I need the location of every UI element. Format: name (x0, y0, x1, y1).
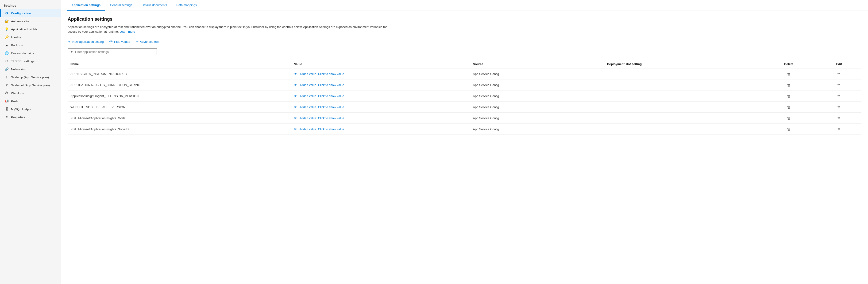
sidebar-item-label-mysql-in-app: MySQL In App (11, 108, 31, 111)
row-5-edit-cell: ✏ (816, 124, 861, 135)
row-5-deployment-slot (604, 124, 761, 135)
row-2-edit-cell: ✏ (816, 90, 861, 102)
table-row: XDT_MicrosoftApplicationInsights_Mode👁Hi… (68, 113, 861, 124)
table-row: APPLICATIONINSIGHTS_CONNECTION_STRING👁Hi… (68, 80, 861, 90)
row-1-show-value-link[interactable]: 👁Hidden value. Click to show value (294, 83, 467, 87)
tabs-container: Application settingsGeneral settingsDefa… (67, 0, 202, 10)
row-3-deployment-slot (604, 102, 761, 113)
sidebar-items-container: ⚙Configuration🔐Authentication💡Applicatio… (0, 9, 61, 121)
row-0-delete-cell: 🗑 (761, 68, 816, 80)
sidebar-item-backups[interactable]: ☁Backups (0, 41, 61, 49)
row-2-value[interactable]: 👁Hidden value. Click to show value (291, 90, 470, 102)
row-3-delete-cell: 🗑 (761, 102, 816, 113)
identity-icon: 🔑 (4, 35, 9, 39)
col-header-source: Source (470, 60, 604, 68)
sidebar-item-application-insights[interactable]: 💡Application Insights (0, 25, 61, 33)
sidebar-item-label-configuration: Configuration (11, 11, 31, 15)
row-1-edit-cell: ✏ (816, 80, 861, 90)
row-4-show-value-link[interactable]: 👁Hidden value. Click to show value (294, 116, 467, 120)
row-3-show-value-link[interactable]: 👁Hidden value. Click to show value (294, 105, 467, 109)
new-application-setting-button[interactable]: ＋ New application setting (68, 38, 104, 45)
content-area: Application settings Application setting… (61, 11, 868, 140)
sidebar-item-webjobs[interactable]: ⏱WebJobs (0, 89, 61, 97)
configuration-icon: ⚙ (4, 11, 9, 15)
row-5-show-value-link[interactable]: 👁Hidden value. Click to show value (294, 127, 467, 131)
sidebar-item-label-application-insights: Application Insights (11, 28, 37, 31)
row-5-value[interactable]: 👁Hidden value. Click to show value (291, 124, 470, 135)
col-header-name: Name (68, 60, 291, 68)
row-5-delete-button[interactable]: 🗑 (785, 126, 793, 132)
row-4-value[interactable]: 👁Hidden value. Click to show value (291, 113, 470, 124)
sidebar-item-networking[interactable]: 🔗Networking (0, 65, 61, 73)
learn-more-link[interactable]: Learn more (120, 30, 135, 33)
row-4-delete-button[interactable]: 🗑 (785, 115, 793, 121)
row-5-edit-button[interactable]: ✏ (836, 126, 842, 132)
table-header-row: Name Value Source Deployment slot settin… (68, 60, 861, 68)
advanced-edit-button[interactable]: ✏ Advanced edit (136, 39, 159, 45)
row-2-name: ApplicationInsightsAgent_EXTENSION_VERSI… (68, 90, 291, 102)
table-row: ApplicationInsightsAgent_EXTENSION_VERSI… (68, 90, 861, 102)
networking-icon: 🔗 (4, 67, 9, 71)
row-3-value[interactable]: 👁Hidden value. Click to show value (291, 102, 470, 113)
properties-icon: ≡ (4, 115, 9, 119)
row-1-delete-button[interactable]: 🗑 (785, 82, 793, 88)
tab-path-mappings[interactable]: Path mappings (172, 0, 202, 10)
sidebar-item-authentication[interactable]: 🔐Authentication (0, 17, 61, 25)
sidebar-item-custom-domains[interactable]: 🌐Custom domains (0, 49, 61, 57)
row-4-edit-cell: ✏ (816, 113, 861, 124)
webjobs-icon: ⏱ (4, 91, 9, 95)
row-4-edit-button[interactable]: ✏ (836, 115, 842, 121)
eye-icon: 👁 (294, 94, 297, 98)
row-5-source: App Service Config (470, 124, 604, 135)
pencil-icon: ✏ (136, 40, 138, 44)
filter-container: ▼ (68, 49, 861, 55)
row-4-deployment-slot (604, 113, 761, 124)
row-1-value-text: Hidden value. Click to show value (299, 83, 344, 87)
scale-up-icon: ↑ (4, 75, 9, 79)
sidebar-item-mysql-in-app[interactable]: 🗄MySQL In App (0, 105, 61, 113)
row-0-value[interactable]: 👁Hidden value. Click to show value (291, 68, 470, 80)
tab-application-settings[interactable]: Application settings (67, 0, 105, 10)
row-3-value-text: Hidden value. Click to show value (299, 105, 344, 109)
row-2-show-value-link[interactable]: 👁Hidden value. Click to show value (294, 94, 467, 98)
filter-wrapper: ▼ (68, 49, 157, 55)
tls-ssl-settings-icon: 🛡 (4, 59, 9, 63)
sidebar-item-push[interactable]: 📢Push (0, 97, 61, 105)
eye-icon: 👁 (294, 72, 297, 76)
table-row: WEBSITE_NODE_DEFAULT_VERSION👁Hidden valu… (68, 102, 861, 113)
row-3-edit-button[interactable]: ✏ (836, 104, 842, 110)
row-3-delete-button[interactable]: 🗑 (785, 104, 793, 110)
sidebar-item-properties[interactable]: ≡Properties (0, 113, 61, 121)
sidebar-header: Settings (0, 2, 61, 9)
sidebar-item-tls-ssl-settings[interactable]: 🛡TLS/SSL settings (0, 57, 61, 65)
sidebar-item-configuration[interactable]: ⚙Configuration (0, 9, 61, 17)
filter-input[interactable] (75, 50, 154, 54)
row-0-show-value-link[interactable]: 👁Hidden value. Click to show value (294, 72, 467, 76)
toolbar: ＋ New application setting 👁 Hide values … (68, 38, 861, 45)
tab-general-settings[interactable]: General settings (105, 0, 137, 10)
push-icon: 📢 (4, 99, 9, 103)
sidebar-item-scale-up[interactable]: ↑Scale up (App Service plan) (0, 73, 61, 81)
sidebar-item-label-properties: Properties (11, 115, 25, 119)
sidebar-item-label-scale-up: Scale up (App Service plan) (11, 76, 49, 79)
row-1-value[interactable]: 👁Hidden value. Click to show value (291, 80, 470, 90)
hide-values-button[interactable]: 👁 Hide values (110, 39, 130, 45)
row-0-value-text: Hidden value. Click to show value (299, 72, 344, 76)
backups-icon: ☁ (4, 43, 9, 47)
row-0-edit-button[interactable]: ✏ (836, 71, 842, 77)
eye-hide-icon: 👁 (110, 40, 113, 44)
filter-icon: ▼ (70, 50, 73, 54)
sidebar-item-label-push: Push (11, 100, 18, 103)
row-2-delete-button[interactable]: 🗑 (785, 93, 793, 99)
row-1-edit-button[interactable]: ✏ (836, 82, 842, 88)
row-2-edit-button[interactable]: ✏ (836, 93, 842, 99)
row-4-value-text: Hidden value. Click to show value (299, 116, 344, 120)
row-0-deployment-slot (604, 68, 761, 80)
sidebar-item-label-networking: Networking (11, 67, 26, 71)
sidebar-item-scale-out[interactable]: ↗Scale out (App Service plan) (0, 81, 61, 89)
sidebar-item-label-webjobs: WebJobs (11, 91, 24, 95)
row-4-delete-cell: 🗑 (761, 113, 816, 124)
row-0-delete-button[interactable]: 🗑 (785, 71, 793, 77)
sidebar-item-identity[interactable]: 🔑Identity (0, 33, 61, 41)
tab-default-documents[interactable]: Default documents (137, 0, 172, 10)
